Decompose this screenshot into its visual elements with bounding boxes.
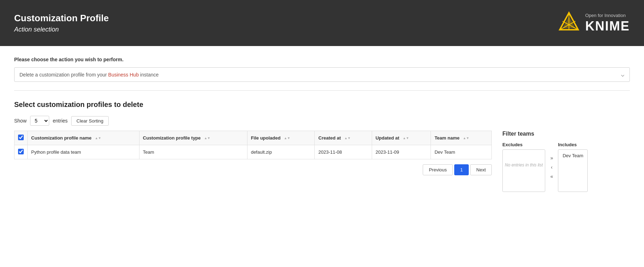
filter-panel: Filter teams Excludes No entries in this…	[502, 131, 630, 192]
table-filter-layout: Customization profile name ▲▼ Customizat…	[14, 131, 630, 192]
col-name-label: Customization profile name	[31, 135, 91, 141]
sort-icon-updated[interactable]: ▲▼	[403, 137, 409, 140]
move-left-single-button[interactable]: ‹	[548, 164, 555, 171]
select-all-checkbox[interactable]	[18, 135, 24, 140]
dropdown-suffix: instance	[139, 72, 159, 78]
col-updated: Updated at ▲▼	[372, 131, 431, 145]
show-label: Show	[14, 118, 27, 124]
col-team-label: Team name	[434, 135, 460, 141]
col-created: Created at ▲▼	[315, 131, 372, 145]
col-name: Customization profile name ▲▼	[28, 131, 139, 145]
knime-brand: KNIME	[585, 19, 630, 34]
table-header: Customization profile name ▲▼ Customizat…	[15, 131, 492, 145]
row-updated: 2023-11-09	[372, 145, 431, 159]
includes-label: Includes	[558, 142, 588, 147]
excludes-empty-msg: No entries in this list	[505, 163, 543, 167]
excludes-block: Excludes No entries in this list	[502, 142, 545, 192]
previous-button[interactable]: Previous	[423, 164, 453, 175]
col-type: Customization profile type ▲▼	[139, 131, 247, 145]
knime-text-block: Open for Innovation KNIME	[585, 13, 630, 34]
row-type: Team	[139, 145, 247, 159]
col-file: File upoladed ▲▼	[247, 131, 315, 145]
row-file: default.zip	[247, 145, 315, 159]
dropdown-value: Delete a customization profile from your…	[19, 72, 159, 78]
excludes-list[interactable]: No entries in this list	[502, 149, 545, 192]
move-right-double-button[interactable]: »	[548, 154, 555, 161]
table-section: Customization profile name ▲▼ Customizat…	[14, 131, 492, 175]
col-updated-label: Updated at	[376, 135, 399, 141]
sort-icon-name[interactable]: ▲▼	[95, 137, 101, 140]
filter-title: Filter teams	[502, 131, 630, 137]
profiles-table: Customization profile name ▲▼ Customizat…	[14, 131, 492, 159]
includes-block: Includes Dev Team	[558, 142, 588, 192]
entries-label: entries	[53, 118, 68, 124]
page-subtitle: Action selection	[14, 26, 109, 33]
instruction-text: Please choose the action you wish to per…	[14, 57, 630, 62]
col-type-label: Customization profile type	[143, 135, 201, 141]
includes-list-item[interactable]: Dev Team	[560, 152, 585, 159]
next-button[interactable]: Next	[470, 164, 492, 175]
dropdown-prefix: Delete a customization profile from your	[19, 72, 108, 78]
page-1-button[interactable]: 1	[454, 164, 469, 175]
table-controls: Show 5 10 25 entries Clear Sorting	[14, 116, 630, 126]
filter-columns: Excludes No entries in this list » ‹ « I…	[502, 142, 630, 192]
col-created-label: Created at	[318, 135, 341, 141]
page-header: Customization Profile Action selection O…	[0, 0, 644, 46]
knime-tagline: Open for Innovation	[585, 13, 626, 18]
chevron-down-icon: ⌵	[621, 71, 625, 78]
row-checkbox-cell	[15, 145, 28, 159]
entries-select[interactable]: 5 10 25	[30, 116, 49, 126]
sort-icon-file[interactable]: ▲▼	[284, 137, 290, 140]
row-checkbox[interactable]	[18, 149, 24, 154]
table-body: Python profile data team Team default.zi…	[15, 145, 492, 159]
sort-icon-team[interactable]: ▲▼	[463, 137, 469, 140]
dropdown-link: Business Hub	[108, 72, 139, 78]
excludes-label: Excludes	[502, 142, 545, 147]
row-team: Dev Team	[431, 145, 492, 159]
header-title-block: Customization Profile Action selection	[14, 13, 109, 33]
move-left-double-button[interactable]: «	[548, 173, 555, 180]
section-divider	[14, 90, 630, 91]
knime-logo: Open for Innovation KNIME	[558, 11, 630, 35]
sort-icon-type[interactable]: ▲▼	[204, 137, 210, 140]
col-file-label: File upoladed	[251, 135, 281, 141]
row-name: Python profile data team	[28, 145, 139, 159]
table-row: Python profile data team Team default.zi…	[15, 145, 492, 159]
header-row: Customization profile name ▲▼ Customizat…	[15, 131, 492, 145]
main-content: Please choose the action you wish to per…	[0, 46, 644, 267]
clear-sorting-button[interactable]: Clear Sorting	[71, 116, 109, 126]
pagination: Previous 1 Next	[14, 164, 492, 175]
includes-list[interactable]: Dev Team	[558, 149, 588, 192]
action-dropdown[interactable]: Delete a customization profile from your…	[14, 67, 630, 82]
col-team: Team name ▲▼	[431, 131, 492, 145]
row-created: 2023-11-08	[315, 145, 372, 159]
page-title: Customization Profile	[14, 13, 109, 24]
knime-triangle-icon	[558, 11, 580, 35]
filter-arrows: » ‹ «	[548, 154, 555, 180]
header-checkbox-cell	[15, 131, 28, 145]
section-title: Select customization profiles to delete	[14, 101, 630, 109]
sort-icon-created[interactable]: ▲▼	[344, 137, 351, 140]
